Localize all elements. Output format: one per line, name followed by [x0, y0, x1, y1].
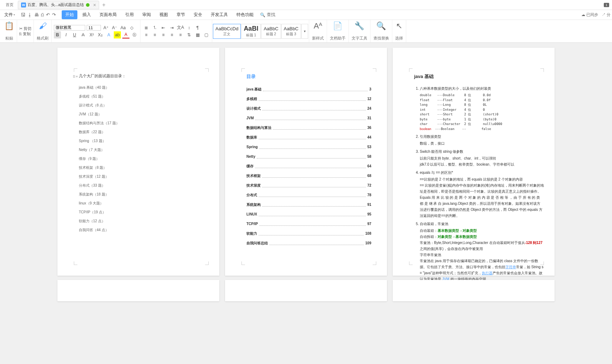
- font-name-select[interactable]: [54, 25, 85, 31]
- text-effect-button[interactable]: A: [105, 31, 112, 38]
- page-6[interactable]: [393, 280, 555, 301]
- line-spacing-icon[interactable]: ⇅: [185, 31, 193, 38]
- page-4[interactable]: [57, 280, 219, 301]
- document-tab[interactable]: W 百度、腾讯、头...a面试题目总结 ×: [18, 1, 99, 9]
- bullets-icon[interactable]: ≣: [143, 24, 150, 31]
- bold-button[interactable]: B: [54, 31, 61, 38]
- page-5[interactable]: [225, 280, 387, 301]
- toc-row[interactable]: 缓存64: [246, 163, 371, 169]
- texttools-group[interactable]: 🔧文字工具: [349, 20, 371, 42]
- save-icon[interactable]: 🖫: [21, 12, 25, 17]
- copy-button[interactable]: ⎘ 复制: [19, 31, 31, 37]
- toc-row[interactable]: 多线程12: [246, 96, 371, 102]
- redo-icon[interactable]: ↷: [52, 12, 56, 17]
- align-distribute-icon[interactable]: ≡: [177, 31, 184, 38]
- p1-line: Netty（7 大题）: [79, 147, 204, 153]
- tab-home[interactable]: 首页: [3, 1, 16, 9]
- tab-view[interactable]: 视图: [156, 10, 172, 19]
- style-heading2[interactable]: AaBbC标题 2: [261, 24, 281, 39]
- toc-row[interactable]: Netty58: [246, 154, 371, 160]
- page-3[interactable]: java 基础 八种基本数据类型的大小，以及他们的封装类 double ---D…: [393, 48, 555, 276]
- toc-row[interactable]: 技术框架68: [246, 173, 371, 179]
- align-center-icon[interactable]: ≡: [151, 31, 158, 38]
- toc-row[interactable]: 技术深度72: [246, 182, 371, 188]
- toc-row[interactable]: 自我问答总结109: [246, 240, 371, 246]
- strike-button[interactable]: A: [80, 31, 87, 38]
- p3-q5: 自动装箱，常量池 自动装箱：基本数据类型→对象类型 自动拆箱：对象类型→基本数据…: [420, 221, 544, 282]
- document-canvas[interactable]: 🗎▾ 几个大厂的面试题目目录： java 基础（40 题）多线程（51 题）设计…: [0, 43, 612, 364]
- p1-line: 技术框架（8 题）: [79, 165, 204, 171]
- style-normal[interactable]: AaBbCcDd正文: [213, 24, 241, 39]
- sort-icon[interactable]: ↕: [185, 24, 193, 31]
- numbering-icon[interactable]: ⒈: [151, 24, 158, 31]
- findreplace-group[interactable]: 🔍查找替换: [371, 20, 392, 42]
- print-preview-icon[interactable]: ⎙: [41, 12, 44, 17]
- superscript-button[interactable]: X²: [88, 31, 95, 38]
- toc-row[interactable]: Spring53: [246, 144, 371, 150]
- toc-row[interactable]: JVM31: [246, 115, 371, 121]
- style-heading3[interactable]: AaBbC标题 3: [281, 24, 301, 39]
- p3-q3: Switch 能否用 string 做参数以前只能支持 byte、short、c…: [420, 149, 544, 167]
- tab-layout[interactable]: 页面布局: [96, 10, 120, 19]
- borders-icon[interactable]: ▢: [203, 31, 210, 38]
- search-box[interactable]: 🔍 查找: [260, 12, 275, 18]
- toc-row[interactable]: 数据结构与算法36: [246, 125, 371, 131]
- select-group[interactable]: ↖选择: [392, 20, 406, 42]
- tab-chapter[interactable]: 章节: [173, 10, 189, 19]
- tab-insert[interactable]: 插入: [79, 10, 95, 19]
- style-more[interactable]: ▾: [301, 24, 308, 39]
- toc-row[interactable]: 设计模式24: [246, 105, 371, 111]
- shading-icon[interactable]: ▦: [194, 31, 201, 38]
- subscript-button[interactable]: X₂: [97, 31, 104, 38]
- decrease-font-icon[interactable]: A⁻: [111, 24, 118, 31]
- save-as-icon[interactable]: ⭳: [27, 12, 32, 17]
- change-case-icon[interactable]: Aa: [119, 24, 127, 31]
- font-color-button[interactable]: A: [122, 31, 129, 38]
- toc-row[interactable]: LINUX95: [246, 211, 371, 217]
- tab-review[interactable]: 审阅: [139, 10, 154, 19]
- toc-row[interactable]: 软能力108: [246, 230, 371, 236]
- format-brush-icon[interactable]: 🖌: [39, 21, 47, 31]
- p1-line: java 基础（40 题）: [79, 84, 204, 90]
- toc-row[interactable]: java 基础3: [246, 86, 371, 92]
- newstyle-group[interactable]: Aᴬ新样式: [309, 20, 327, 42]
- page-1[interactable]: 🗎▾ 几个大厂的面试题目目录： java 基础（40 题）多线程（51 题）设计…: [57, 48, 219, 276]
- indent-increase-icon[interactable]: ⇥: [168, 24, 175, 31]
- new-tab-button[interactable]: +: [102, 2, 105, 8]
- toc-row[interactable]: 系统架构91: [246, 202, 371, 208]
- align-right-icon[interactable]: ≡: [160, 31, 167, 38]
- toc-row[interactable]: 数据库44: [246, 134, 371, 140]
- align-justify-icon[interactable]: ≡: [168, 31, 175, 38]
- undo-icon[interactable]: ↶: [46, 12, 50, 17]
- tab-devtools[interactable]: 开发工具: [207, 10, 231, 19]
- underline-button[interactable]: U: [71, 31, 78, 38]
- notification-badge[interactable]: 1: [604, 3, 609, 7]
- tab-start[interactable]: 开始: [62, 10, 77, 19]
- dochelper-group[interactable]: 📄文档助手: [327, 20, 349, 42]
- tab-references[interactable]: 引用: [122, 10, 137, 19]
- toc-row[interactable]: 分布式78: [246, 192, 371, 198]
- paste-icon[interactable]: 📋: [4, 21, 14, 31]
- share-button[interactable]: ↗ 分: [602, 12, 611, 17]
- format-brush-group: 🖌 格式刷: [34, 20, 52, 42]
- clear-format-icon[interactable]: ◇: [128, 24, 135, 31]
- italic-button[interactable]: I: [62, 31, 70, 38]
- page-2[interactable]: 目录 java 基础3多线程12设计模式24JVM31数据结构与算法36数据库4…: [225, 48, 387, 276]
- increase-font-icon[interactable]: A⁺: [102, 24, 109, 31]
- highlight-button[interactable]: ab: [114, 31, 121, 38]
- tab-security[interactable]: 安全: [190, 10, 206, 19]
- tab-special[interactable]: 特色功能: [233, 10, 257, 19]
- cloud-sync-status[interactable]: ☁ 已同步: [581, 12, 598, 17]
- style-heading1[interactable]: AaBl标题 1: [241, 24, 261, 39]
- indent-decrease-icon[interactable]: ⇤: [160, 24, 167, 31]
- circle-text-button[interactable]: ㊟: [131, 31, 138, 38]
- file-menu[interactable]: 文件: [1, 10, 18, 19]
- toc-row[interactable]: TCP/IP97: [246, 221, 371, 227]
- text-direction-icon[interactable]: 文A: [177, 24, 184, 31]
- show-marks-icon[interactable]: ¶: [194, 24, 201, 31]
- font-size-select[interactable]: [87, 25, 101, 31]
- print-icon[interactable]: 🖶: [34, 12, 39, 17]
- align-left-icon[interactable]: ≡: [143, 31, 150, 38]
- close-tab-icon[interactable]: ×: [93, 2, 96, 8]
- cut-button[interactable]: ✂ 剪切: [19, 26, 31, 31]
